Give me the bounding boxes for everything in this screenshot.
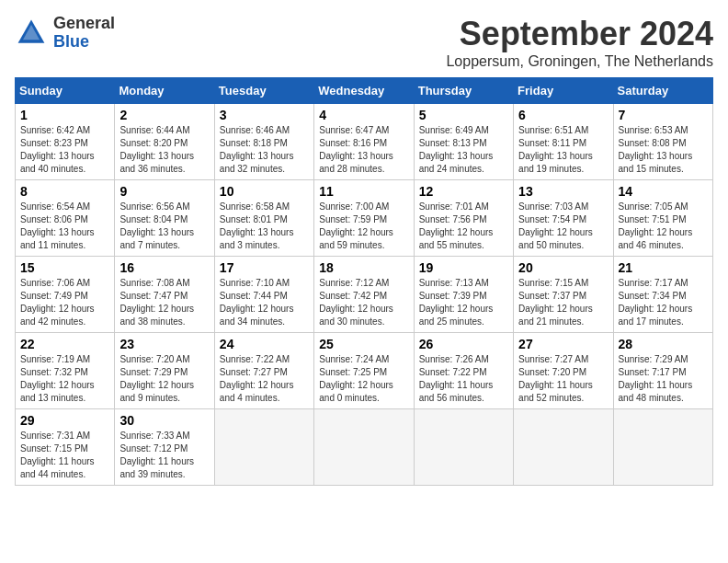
day-cell: 8Sunrise: 6:54 AM Sunset: 8:06 PM Daylig…: [16, 180, 115, 257]
day-number: 21: [619, 260, 708, 275]
day-number: 29: [20, 413, 109, 428]
day-number: 13: [518, 184, 608, 199]
day-cell: [514, 409, 613, 486]
day-cell: 14Sunrise: 7:05 AM Sunset: 7:51 PM Dayli…: [613, 180, 712, 257]
day-info: Sunrise: 6:44 AM Sunset: 8:20 PM Dayligh…: [119, 124, 209, 176]
day-cell: 28Sunrise: 7:29 AM Sunset: 7:17 PM Dayli…: [613, 333, 712, 409]
day-number: 18: [319, 260, 408, 275]
day-cell: 19Sunrise: 7:13 AM Sunset: 7:39 PM Dayli…: [414, 257, 513, 333]
day-cell: 24Sunrise: 7:22 AM Sunset: 7:27 PM Dayli…: [214, 333, 313, 409]
logo-general: General: [53, 14, 115, 32]
month-title: September 2024: [446, 15, 713, 53]
day-number: 15: [20, 260, 109, 275]
day-cell: 17Sunrise: 7:10 AM Sunset: 7:44 PM Dayli…: [214, 257, 313, 333]
day-cell: 11Sunrise: 7:00 AM Sunset: 7:59 PM Dayli…: [314, 180, 414, 257]
day-info: Sunrise: 7:12 AM Sunset: 7:42 PM Dayligh…: [319, 277, 408, 328]
day-info: Sunrise: 7:10 AM Sunset: 7:44 PM Dayligh…: [220, 277, 309, 328]
day-info: Sunrise: 6:51 AM Sunset: 8:11 PM Dayligh…: [518, 124, 608, 176]
day-cell: 2Sunrise: 6:44 AM Sunset: 8:20 PM Daylig…: [115, 104, 214, 180]
day-cell: [613, 409, 712, 486]
day-info: Sunrise: 7:22 AM Sunset: 7:27 PM Dayligh…: [220, 353, 309, 405]
header: General Blue September 2024 Loppersum, G…: [15, 15, 713, 70]
day-info: Sunrise: 6:58 AM Sunset: 8:01 PM Dayligh…: [220, 201, 309, 252]
day-number: 10: [220, 184, 309, 199]
weekday-wednesday: Wednesday: [314, 78, 414, 104]
weekday-sunday: Sunday: [16, 78, 115, 104]
day-cell: 5Sunrise: 6:49 AM Sunset: 8:13 PM Daylig…: [414, 104, 513, 180]
day-number: 28: [619, 337, 708, 351]
day-number: 2: [119, 108, 209, 122]
weekday-monday: Monday: [115, 78, 214, 104]
day-cell: 9Sunrise: 6:56 AM Sunset: 8:04 PM Daylig…: [115, 180, 214, 257]
logo-blue: Blue: [53, 32, 89, 51]
day-info: Sunrise: 7:15 AM Sunset: 7:37 PM Dayligh…: [518, 277, 608, 328]
day-number: 4: [319, 108, 408, 122]
day-number: 20: [518, 260, 608, 275]
day-number: 5: [419, 108, 508, 122]
day-number: 7: [619, 108, 708, 122]
day-number: 30: [119, 413, 209, 428]
day-info: Sunrise: 7:08 AM Sunset: 7:47 PM Dayligh…: [119, 277, 209, 328]
weekday-saturday: Saturday: [613, 78, 712, 104]
day-info: Sunrise: 6:49 AM Sunset: 8:13 PM Dayligh…: [419, 124, 508, 176]
day-number: 1: [20, 108, 109, 122]
day-cell: 25Sunrise: 7:24 AM Sunset: 7:25 PM Dayli…: [314, 333, 414, 409]
day-info: Sunrise: 7:27 AM Sunset: 7:20 PM Dayligh…: [518, 353, 608, 405]
day-number: 27: [518, 337, 608, 351]
week-row-5: 29Sunrise: 7:31 AM Sunset: 7:15 PM Dayli…: [16, 409, 713, 486]
day-number: 25: [319, 337, 408, 351]
day-cell: 13Sunrise: 7:03 AM Sunset: 7:54 PM Dayli…: [514, 180, 613, 257]
logo: General Blue: [15, 15, 115, 52]
day-number: 22: [20, 337, 109, 351]
day-info: Sunrise: 7:06 AM Sunset: 7:49 PM Dayligh…: [20, 277, 109, 328]
day-info: Sunrise: 7:20 AM Sunset: 7:29 PM Dayligh…: [119, 353, 209, 405]
day-number: 3: [220, 108, 309, 122]
day-cell: 26Sunrise: 7:26 AM Sunset: 7:22 PM Dayli…: [414, 333, 513, 409]
weekday-tuesday: Tuesday: [214, 78, 313, 104]
day-cell: [314, 409, 414, 486]
calendar-table: SundayMondayTuesdayWednesdayThursdayFrid…: [15, 77, 713, 486]
weekday-friday: Friday: [514, 78, 613, 104]
day-number: 11: [319, 184, 408, 199]
day-info: Sunrise: 7:17 AM Sunset: 7:34 PM Dayligh…: [619, 277, 708, 328]
day-number: 19: [419, 260, 508, 275]
week-row-4: 22Sunrise: 7:19 AM Sunset: 7:32 PM Dayli…: [16, 333, 713, 409]
day-cell: 16Sunrise: 7:08 AM Sunset: 7:47 PM Dayli…: [115, 257, 214, 333]
day-number: 12: [419, 184, 508, 199]
day-info: Sunrise: 6:53 AM Sunset: 8:08 PM Dayligh…: [619, 124, 708, 176]
day-number: 17: [220, 260, 309, 275]
day-cell: 7Sunrise: 6:53 AM Sunset: 8:08 PM Daylig…: [613, 104, 712, 180]
day-cell: 20Sunrise: 7:15 AM Sunset: 7:37 PM Dayli…: [514, 257, 613, 333]
day-cell: 1Sunrise: 6:42 AM Sunset: 8:23 PM Daylig…: [16, 104, 115, 180]
day-number: 26: [419, 337, 508, 351]
day-info: Sunrise: 7:01 AM Sunset: 7:56 PM Dayligh…: [419, 201, 508, 252]
day-number: 23: [119, 337, 209, 351]
day-cell: 3Sunrise: 6:46 AM Sunset: 8:18 PM Daylig…: [214, 104, 313, 180]
day-cell: 12Sunrise: 7:01 AM Sunset: 7:56 PM Dayli…: [414, 180, 513, 257]
day-info: Sunrise: 6:56 AM Sunset: 8:04 PM Dayligh…: [119, 201, 209, 252]
weekday-header-row: SundayMondayTuesdayWednesdayThursdayFrid…: [16, 78, 713, 104]
location-title: Loppersum, Groningen, The Netherlands: [446, 53, 713, 70]
day-info: Sunrise: 7:33 AM Sunset: 7:12 PM Dayligh…: [119, 430, 209, 481]
day-number: 8: [20, 184, 109, 199]
day-info: Sunrise: 6:42 AM Sunset: 8:23 PM Dayligh…: [20, 124, 109, 176]
day-number: 16: [119, 260, 209, 275]
day-info: Sunrise: 7:31 AM Sunset: 7:15 PM Dayligh…: [20, 430, 109, 481]
day-cell: 27Sunrise: 7:27 AM Sunset: 7:20 PM Dayli…: [514, 333, 613, 409]
day-number: 14: [619, 184, 708, 199]
day-info: Sunrise: 7:24 AM Sunset: 7:25 PM Dayligh…: [319, 353, 408, 405]
day-info: Sunrise: 7:29 AM Sunset: 7:17 PM Dayligh…: [619, 353, 708, 405]
day-number: 6: [518, 108, 608, 122]
day-info: Sunrise: 6:54 AM Sunset: 8:06 PM Dayligh…: [20, 201, 109, 252]
week-row-3: 15Sunrise: 7:06 AM Sunset: 7:49 PM Dayli…: [16, 257, 713, 333]
day-cell: 18Sunrise: 7:12 AM Sunset: 7:42 PM Dayli…: [314, 257, 414, 333]
day-cell: 4Sunrise: 6:47 AM Sunset: 8:16 PM Daylig…: [314, 104, 414, 180]
day-info: Sunrise: 7:00 AM Sunset: 7:59 PM Dayligh…: [319, 201, 408, 252]
day-cell: 23Sunrise: 7:20 AM Sunset: 7:29 PM Dayli…: [115, 333, 214, 409]
day-cell: 29Sunrise: 7:31 AM Sunset: 7:15 PM Dayli…: [16, 409, 115, 486]
day-number: 24: [220, 337, 309, 351]
week-row-1: 1Sunrise: 6:42 AM Sunset: 8:23 PM Daylig…: [16, 104, 713, 180]
day-info: Sunrise: 7:19 AM Sunset: 7:32 PM Dayligh…: [20, 353, 109, 405]
day-cell: 15Sunrise: 7:06 AM Sunset: 7:49 PM Dayli…: [16, 257, 115, 333]
day-cell: 22Sunrise: 7:19 AM Sunset: 7:32 PM Dayli…: [16, 333, 115, 409]
